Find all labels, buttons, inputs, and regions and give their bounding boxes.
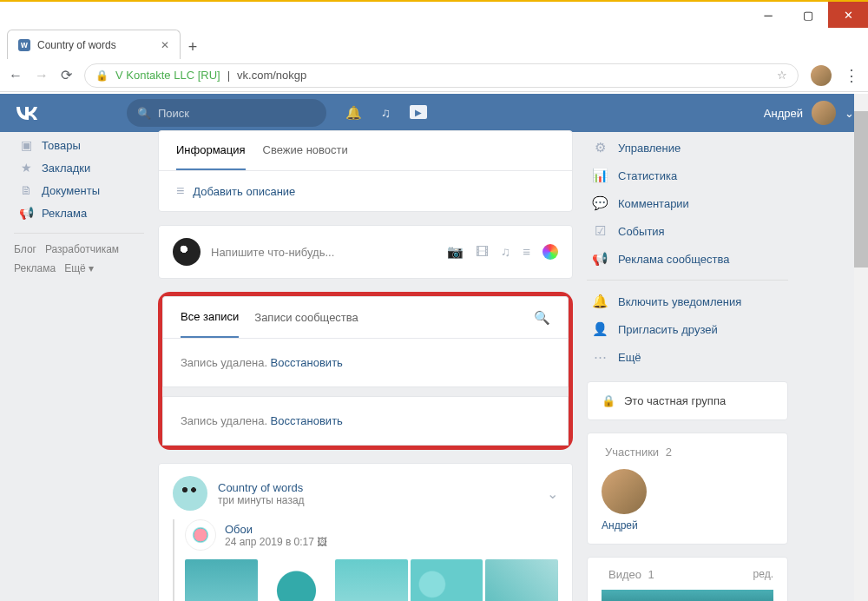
restore-link[interactable]: Восстановить (271, 414, 343, 427)
footer-dev[interactable]: Разработчикам (45, 243, 119, 255)
community-ads-link[interactable]: 📢Реклама сообщества (587, 245, 788, 273)
private-group-notice: 🔒 Это частная группа (587, 381, 788, 420)
manage-link[interactable]: ⚙Управление (587, 134, 788, 162)
window-close-button[interactable]: ✕ (828, 2, 868, 28)
footer-more[interactable]: Ещё ▾ (64, 262, 94, 274)
image-icon: 🖼 (317, 536, 327, 548)
members-title[interactable]: Участники 2 (602, 446, 773, 459)
forward-button[interactable]: → (35, 68, 49, 83)
highlight-box: Все записи Записи сообщества 🔍 Запись уд… (158, 292, 573, 450)
wall-search-icon[interactable]: 🔍 (534, 310, 550, 326)
megaphone-icon: 📢 (592, 251, 608, 267)
tab-close-icon[interactable]: ✕ (161, 39, 169, 51)
tab-fresh-news[interactable]: Свежие новости (263, 131, 348, 170)
repost-time: 24 апр 2019 в 0:17 🖼 (225, 536, 327, 548)
thumbnail[interactable] (411, 559, 483, 601)
compose-post[interactable]: Напишите что-нибудь... 📷 🎞 ♫ ≡ (158, 225, 573, 279)
notifications-link[interactable]: 🔔Включить уведомления (587, 287, 788, 315)
back-button[interactable]: ← (9, 68, 23, 83)
wall-tab-all[interactable]: Все записи (181, 297, 239, 338)
lock-icon: 🔒 (95, 69, 108, 82)
vk-logo-icon[interactable] (14, 100, 40, 126)
footer-blog[interactable]: Блог (14, 243, 36, 255)
user-name: Андрей (764, 107, 803, 120)
compose-placeholder: Напишите что-нибудь... (211, 246, 437, 259)
more-link[interactable]: ⋯Ещё (587, 343, 788, 371)
tab-information[interactable]: Информация (176, 131, 246, 170)
restore-link[interactable]: Восстановить (271, 356, 343, 369)
notifications-icon[interactable]: 🔔 (345, 105, 362, 121)
video-icon[interactable]: 🎞 (476, 244, 489, 260)
scrollbar-thumb[interactable] (854, 111, 868, 267)
events-link[interactable]: ☑События (587, 217, 788, 245)
footer-ads[interactable]: Реклама (14, 262, 56, 274)
vk-user-menu[interactable]: Андрей ⌄ (764, 101, 854, 125)
thumbnail[interactable] (185, 559, 258, 601)
info-card: Информация Свежие новости ≡ Добавить опи… (158, 130, 573, 212)
post-time: три минуты назад (218, 494, 305, 506)
vk-header: 🔍 Поиск 🔔 ♫ ▶ Андрей ⌄ (0, 94, 868, 132)
compose-tools: 📷 🎞 ♫ ≡ (447, 244, 558, 260)
video-thumbnail[interactable] (602, 590, 773, 601)
stats-link[interactable]: 📊Статистика (587, 162, 788, 189)
audio-icon[interactable]: ♫ (501, 244, 510, 260)
bookmark-star-icon[interactable]: ☆ (777, 69, 787, 82)
thumbnail[interactable] (485, 559, 558, 601)
invite-link[interactable]: 👤Пригласить друзей (587, 315, 788, 343)
nav-documents[interactable]: 🗎Документы (14, 179, 144, 201)
vk-search-input[interactable]: 🔍 Поиск (127, 99, 326, 127)
camera-icon[interactable]: 📷 (447, 244, 464, 260)
member-avatar[interactable] (602, 469, 647, 514)
post-author-name[interactable]: Country of words (218, 481, 305, 494)
reload-button[interactable]: ⟳ (61, 67, 72, 83)
browser-toolbar: ← → ⟳ 🔒 V Kontakte LLC [RU] | vk.com/nok… (0, 59, 868, 92)
browser-tab[interactable]: w Country of words ✕ (7, 30, 181, 59)
window-maximize-button[interactable]: ▢ (788, 2, 828, 28)
add-description-button[interactable]: ≡ Добавить описание (159, 171, 572, 211)
member-name[interactable]: Андрей (602, 519, 773, 532)
wall-post: Country of words три минуты назад ⌄ Обои… (158, 463, 573, 601)
megaphone-icon: 📢 (19, 206, 33, 220)
music-icon[interactable]: ♫ (381, 105, 391, 121)
chrome-menu-button[interactable]: ⋮ (844, 66, 859, 85)
videos-title[interactable]: Видео 1 (605, 568, 654, 581)
new-tab-button[interactable]: + (181, 35, 205, 59)
more-icon: ⋯ (592, 349, 608, 365)
thumbnail[interactable] (260, 559, 333, 601)
videos-block: Видео 1 ред. (587, 557, 788, 601)
left-nav: ▣Товары ★Закладки 🗎Документы 📢Реклама Бл… (14, 130, 144, 601)
gear-icon: ⚙ (592, 140, 608, 155)
window-minimize-button[interactable]: ─ (748, 2, 788, 28)
videos-edit-link[interactable]: ред. (753, 568, 773, 581)
description-icon: ≡ (176, 183, 184, 199)
center-column: Информация Свежие новости ≡ Добавить опи… (158, 130, 573, 601)
calendar-icon: ☑ (592, 223, 608, 239)
right-column: ⚙Управление 📊Статистика 💬Комментарии ☑Со… (587, 130, 788, 601)
repost-block: Обои 24 апр 2019 в 0:17 🖼 (173, 519, 558, 601)
nav-bookmarks[interactable]: ★Закладки (14, 156, 144, 179)
page-scrollbar[interactable] (854, 94, 868, 601)
nav-ads[interactable]: 📢Реклама (14, 201, 144, 224)
more-attach-icon[interactable] (542, 244, 558, 260)
lock-icon: 🔒 (602, 394, 615, 407)
address-bar[interactable]: 🔒 V Kontakte LLC [RU] | vk.com/nokgp ☆ (84, 63, 799, 88)
deleted-post: Запись удалена. Восстановить (162, 396, 569, 446)
search-icon: 🔍 (137, 107, 151, 120)
wall-tab-community[interactable]: Записи сообщества (254, 298, 358, 337)
left-footer: БлогРазработчикам РекламаЕщё ▾ (14, 233, 144, 278)
repost-avatar[interactable] (185, 519, 216, 551)
repost-title[interactable]: Обои (225, 523, 327, 536)
post-author-avatar[interactable] (173, 476, 207, 511)
article-icon[interactable]: ≡ (523, 244, 530, 260)
search-placeholder: Поиск (158, 107, 189, 120)
stats-icon: 📊 (592, 168, 608, 183)
thumbnail[interactable] (335, 559, 408, 601)
comment-icon: 💬 (592, 195, 608, 211)
chrome-profile-avatar[interactable] (811, 65, 832, 86)
nav-goods[interactable]: ▣Товары (14, 134, 144, 156)
post-more-icon[interactable]: ⌄ (547, 485, 558, 502)
star-icon: ★ (19, 161, 33, 175)
play-icon[interactable]: ▶ (410, 105, 427, 119)
bell-icon: 🔔 (592, 294, 608, 309)
comments-link[interactable]: 💬Комментарии (587, 189, 788, 217)
